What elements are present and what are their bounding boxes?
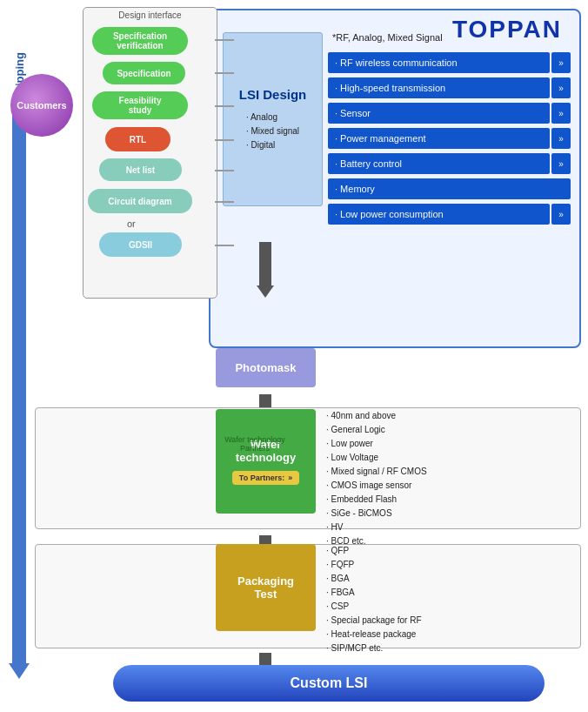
wafer-bullet-8: · SiGe - BiCMOS (326, 507, 581, 521)
feature-arrow-battery-control[interactable]: » (551, 153, 571, 174)
features-list: · RF wireless communication » · High-spe… (328, 52, 571, 229)
oval-specification[interactable]: Specification (103, 62, 185, 84)
pkg-bullet-7: · Heat-release package (326, 628, 581, 641)
feature-arrow-high-speed[interactable]: » (551, 77, 571, 98)
wafer-bullet-6: · CMOS image sensor (326, 479, 581, 493)
feature-bar-high-speed: · High-speed transmission (328, 77, 550, 98)
feature-arrow-low-power[interactable]: » (551, 204, 571, 225)
feature-bar-rf-wireless: · RF wireless communication (328, 52, 550, 73)
arrow-shaft-1 (259, 242, 271, 285)
photomask-box: Photomask (216, 348, 316, 387)
pkg-bullet-1: · QFP (326, 544, 581, 558)
oval-gdsii[interactable]: GDSII (99, 232, 182, 257)
pkg-bullet-3: · BGA (326, 572, 581, 586)
feature-arrow-power-mgmt[interactable]: » (551, 128, 571, 149)
to-partners-label: To Partners: (239, 474, 284, 482)
pkg-bullet-6: · Special package for RF (326, 614, 581, 628)
shipping-arrow: Shipping (7, 52, 31, 679)
feature-power-mgmt: · Power management » (328, 128, 571, 149)
custom-lsi-ellipse: Custom LSI (113, 665, 545, 702)
feature-rf-wireless: · RF wireless communication » (328, 52, 571, 73)
to-partners-arrows: » (288, 474, 292, 482)
wafer-bullet-2: · General Logic (326, 423, 581, 437)
feature-high-speed: · High-speed transmission » (328, 77, 571, 98)
lsi-design-title: LSI Design (239, 87, 307, 102)
oval-rtl[interactable]: RTL (105, 127, 170, 151)
arrow-lsi-to-photomask (257, 242, 274, 298)
pkg-bullet-5: · CSP (326, 600, 581, 614)
lsi-design-box: LSI Design · Analog · Mixed signal · Dig… (223, 32, 323, 206)
connector-spec-verification (215, 39, 234, 41)
oval-feasibility[interactable]: Feasibilitystudy (92, 91, 188, 119)
feature-bar-memory: · Memory (328, 178, 571, 199)
main-container: Shipping TOPPAN LSI Design · Analog · Mi… (0, 0, 588, 712)
customers-label: Customers (17, 100, 66, 111)
lsi-design-bullets: · Analog · Mixed signal · Digital (246, 111, 299, 152)
wafer-partners-label: Wafer technology Partners (216, 435, 294, 453)
wafer-bullet-4: · Low Voltage (326, 451, 581, 465)
wafer-bullet-9: · HV (326, 521, 581, 534)
feature-arrow-rf-wireless[interactable]: » (551, 52, 571, 73)
arrow-head-1 (257, 285, 274, 298)
feature-bar-battery-control: · Battery control (328, 153, 550, 174)
packaging-bullets: · QFP · FQFP · BGA · FBGA · CSP · Specia… (326, 544, 581, 655)
connector-net-list (215, 170, 234, 171)
wafer-bullet-5: · Mixed signal / RF CMOS (326, 465, 581, 479)
packaging-title: PackagingTest (237, 574, 294, 601)
connector-feasibility (215, 105, 234, 107)
photomask-label: Photomask (235, 361, 296, 374)
wafer-box: Wafertechnology To Partners: » (216, 409, 316, 514)
feature-low-power: · Low power consumption » (328, 204, 571, 225)
feature-bar-low-power: · Low power consumption (328, 204, 550, 225)
shipping-arrow-head (9, 663, 30, 679)
wafer-section: Wafertechnology To Partners: » · 40nm an… (35, 409, 581, 527)
design-interface-box: Design interface Specificationverificati… (83, 7, 217, 299)
wafer-bullet-1: · 40nm and above (326, 409, 581, 423)
feature-memory: · Memory (328, 178, 571, 199)
feature-bar-power-mgmt: · Power management (328, 128, 550, 149)
or-label: or (127, 218, 136, 229)
pkg-bullet-4: · FBGA (326, 586, 581, 600)
connector-gdsii (215, 245, 234, 246)
wafer-bullet-3: · Low power (326, 437, 581, 451)
oval-net-list[interactable]: Net list (99, 158, 182, 181)
wafer-bullets: · 40nm and above · General Logic · Low p… (326, 409, 581, 548)
shipping-bar (12, 108, 26, 663)
oval-spec-verification[interactable]: Specificationverification (92, 27, 188, 55)
packaging-box: PackagingTest (216, 544, 316, 631)
packaging-section: PackagingTest · QFP · FQFP · BGA · FBGA … (35, 544, 581, 662)
feature-battery-control: · Battery control » (328, 153, 571, 174)
rf-note: *RF, Analog, Mixed Signal (332, 32, 443, 43)
lsi-bullet-1: · Analog (246, 111, 299, 124)
lsi-bullet-3: · Digital (246, 138, 299, 152)
pkg-bullet-8: · SIP/MCP etc. (326, 641, 581, 655)
lsi-bullet-2: · Mixed signal (246, 124, 299, 138)
custom-lsi-label: Custom LSI (291, 675, 368, 691)
design-interface-label: Design interface (118, 10, 181, 20)
toppan-title: TOPPAN (452, 16, 562, 44)
feature-arrow-sensor[interactable]: » (551, 103, 571, 124)
oval-circuit-diagram[interactable]: Circuit diagram (88, 189, 192, 213)
connector-specification (215, 72, 234, 74)
connector-rtl (215, 139, 234, 141)
pkg-bullet-2: · FQFP (326, 558, 581, 572)
customers-circle: Customers (10, 74, 73, 137)
connector-circuit (215, 201, 234, 203)
wafer-bullet-7: · Embedded Flash (326, 493, 581, 507)
feature-bar-sensor: · Sensor (328, 103, 550, 124)
to-partners-button[interactable]: To Partners: » (232, 471, 299, 485)
feature-sensor: · Sensor » (328, 103, 571, 124)
